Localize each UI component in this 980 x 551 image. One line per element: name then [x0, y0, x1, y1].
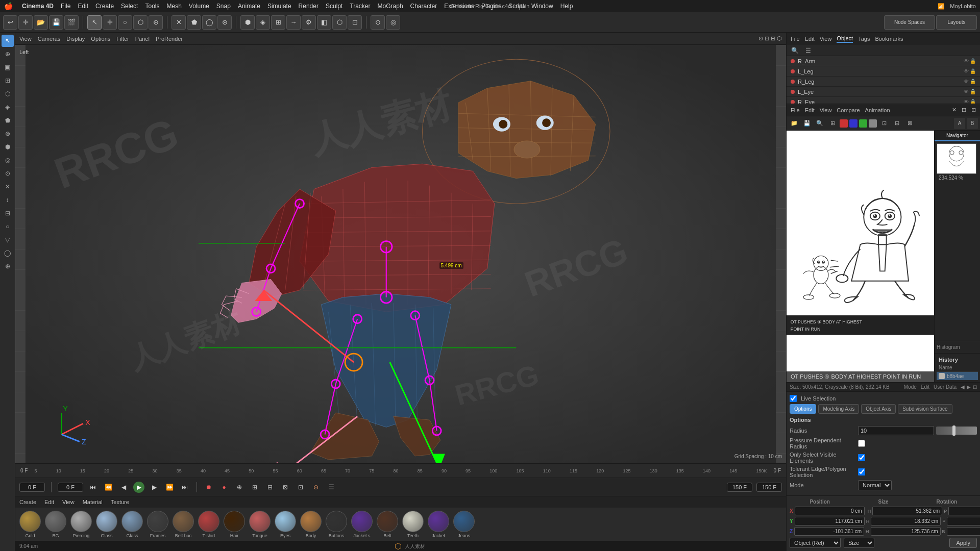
mat-item-14[interactable]: Belt	[377, 511, 398, 538]
mat-item-7[interactable]: T-shirt	[198, 511, 219, 538]
size-mode-select[interactable]: Size	[844, 538, 874, 548]
options-menu[interactable]: Options	[91, 36, 110, 42]
radius-field[interactable]	[858, 426, 934, 435]
pv-folder[interactable]: 📁	[789, 118, 800, 129]
prev-frame-btn[interactable]: ⏪	[103, 482, 114, 493]
tab-options[interactable]: Options	[790, 404, 816, 414]
pv-toggle-1[interactable]: ⊡	[878, 118, 890, 129]
tool-down[interactable]: ▽	[2, 234, 14, 246]
key-all-btn[interactable]: ⊕	[234, 482, 245, 493]
y-size-field[interactable]	[871, 517, 941, 525]
obj-lock-1[interactable]: 🔒	[970, 68, 976, 74]
pv-save[interactable]: 💾	[801, 118, 813, 129]
panel-menu[interactable]: Panel	[135, 36, 150, 42]
obj-eye-4[interactable]: 👁	[964, 99, 969, 104]
menu-select[interactable]: Select	[121, 3, 138, 10]
obj-search[interactable]: 🔍	[789, 44, 801, 57]
toolbar-spline-btn[interactable]: →	[286, 15, 301, 30]
om-edit[interactable]: Edit	[805, 36, 815, 42]
pv-color-a[interactable]	[840, 119, 848, 128]
obj-eye-1[interactable]: 👁	[964, 68, 969, 74]
menu-character[interactable]: Character	[410, 3, 437, 10]
pv-file[interactable]: File	[791, 107, 800, 113]
obj-row-1[interactable]: L_Leg 👁 🔒	[787, 66, 980, 77]
menu-mograph[interactable]: MoGraph	[378, 3, 403, 10]
x-pos-field[interactable]	[795, 507, 865, 515]
step-back-btn[interactable]: ◀	[118, 482, 129, 493]
menu-create[interactable]: Create	[95, 3, 114, 10]
pv-zoom-in[interactable]: 🔍	[814, 118, 825, 129]
toolbar-camera-btn[interactable]: ⊡	[348, 15, 362, 30]
toolbar-rotate-btn[interactable]: ○	[118, 15, 132, 30]
menu-tools[interactable]: Tools	[145, 3, 159, 10]
apply-button[interactable]: Apply	[949, 538, 977, 548]
goto-end-btn[interactable]: ⏭	[179, 482, 190, 493]
obj-eye-0[interactable]: 👁	[964, 58, 969, 64]
toolbar-render-btn[interactable]: 🎬	[64, 15, 79, 30]
obj-lock-3[interactable]: 🔒	[970, 89, 976, 94]
tool-circle3[interactable]: ◯	[2, 247, 14, 259]
mat-item-15[interactable]: Teeth	[402, 511, 424, 538]
play-btn[interactable]: ▶	[133, 482, 144, 493]
tool-ring[interactable]: ◎	[2, 154, 14, 166]
prorender-menu[interactable]: ProRender	[156, 36, 183, 42]
key-pos-btn[interactable]: ⊟	[264, 482, 276, 493]
obj-row-0[interactable]: R_Arm 👁 🔒	[787, 56, 980, 66]
z-rot-field[interactable]	[947, 527, 980, 536]
mat-texture[interactable]: Texture	[111, 499, 129, 505]
y-rot-field[interactable]	[947, 517, 980, 525]
toolbar-render-view-btn[interactable]: ⊙	[371, 15, 385, 30]
obj-row-2[interactable]: R_Leg 👁 🔒	[787, 77, 980, 87]
pressure-check[interactable]	[858, 440, 865, 447]
om-object[interactable]: Object	[837, 35, 853, 43]
tool-hex[interactable]: ⬡	[2, 88, 14, 100]
pv-min[interactable]: ⊟	[962, 107, 966, 113]
toolbar-render-all-btn[interactable]: ◎	[386, 15, 400, 30]
pv-toggle-2[interactable]: ⊟	[891, 118, 902, 129]
display-menu[interactable]: Display	[66, 36, 85, 42]
pv-expand[interactable]: ⊡	[973, 384, 977, 390]
obj-lock-2[interactable]: 🔒	[970, 79, 976, 84]
obj-eye-2[interactable]: 👁	[964, 79, 969, 84]
menu-mesh[interactable]: Mesh	[166, 3, 181, 10]
pv-compare[interactable]: Compare	[837, 107, 860, 113]
menu-window[interactable]: Window	[531, 3, 553, 10]
tool-minus[interactable]: ⊟	[2, 207, 14, 219]
tool-diamond[interactable]: ◈	[2, 101, 14, 113]
x-rot-field[interactable]	[948, 507, 980, 515]
toolbar-open-btn[interactable]: 📂	[34, 15, 48, 30]
mat-item-13[interactable]: Jacket s	[351, 511, 373, 538]
obj-row-3[interactable]: L_Eye 👁 🔒	[787, 87, 980, 97]
z-pos-field[interactable]	[794, 527, 864, 536]
viewport-icons[interactable]: ⊙ ⊡ ⊟ ⬡	[758, 35, 782, 42]
mat-item-0[interactable]: Gold	[19, 511, 41, 538]
mat-create[interactable]: Create	[19, 499, 36, 505]
pv-nav-back[interactable]: ◀	[961, 384, 965, 390]
auto-key-btn[interactable]: ●	[218, 482, 230, 493]
timeline-settings-btn[interactable]: ☰	[326, 482, 337, 493]
history-entry-0[interactable]: b8b4ae	[937, 372, 978, 380]
pv-view[interactable]: View	[820, 107, 832, 113]
motion-clip-btn[interactable]: ⊙	[310, 482, 322, 493]
filter-menu[interactable]: Filter	[116, 36, 129, 42]
radius-slider[interactable]	[936, 427, 977, 435]
mat-item-17[interactable]: Jeans	[453, 511, 475, 538]
pv-image-area[interactable]: OT PUSHES ④ BODY AT HIGHEST POINT IN RUN…	[787, 131, 934, 382]
key-sel-btn[interactable]: ⊞	[249, 482, 260, 493]
tool-arrow[interactable]: ↕	[2, 194, 14, 206]
obj-lock-0[interactable]: 🔒	[970, 58, 976, 64]
tab-object-axis[interactable]: Object Axis	[861, 404, 896, 414]
z-size-field[interactable]	[871, 527, 941, 536]
tolerant-check[interactable]	[858, 468, 865, 475]
tool-select[interactable]: ↖	[2, 35, 14, 47]
apple-menu[interactable]: 🍎	[4, 2, 13, 10]
mat-view[interactable]: View	[62, 499, 75, 505]
fps-field[interactable]	[727, 483, 752, 492]
tab-subdivision[interactable]: Subdivision Surface	[898, 404, 952, 414]
toolbar-deform-btn[interactable]: ◧	[317, 15, 331, 30]
mat-item-6[interactable]: Belt buc	[173, 511, 194, 538]
menu-simulate[interactable]: Simulate	[267, 3, 291, 10]
tab-modeling-axis[interactable]: Modeling Axis	[818, 404, 859, 414]
om-bookmarks[interactable]: Bookmarks	[875, 36, 903, 42]
menu-app[interactable]: Cinema 4D	[22, 3, 54, 10]
